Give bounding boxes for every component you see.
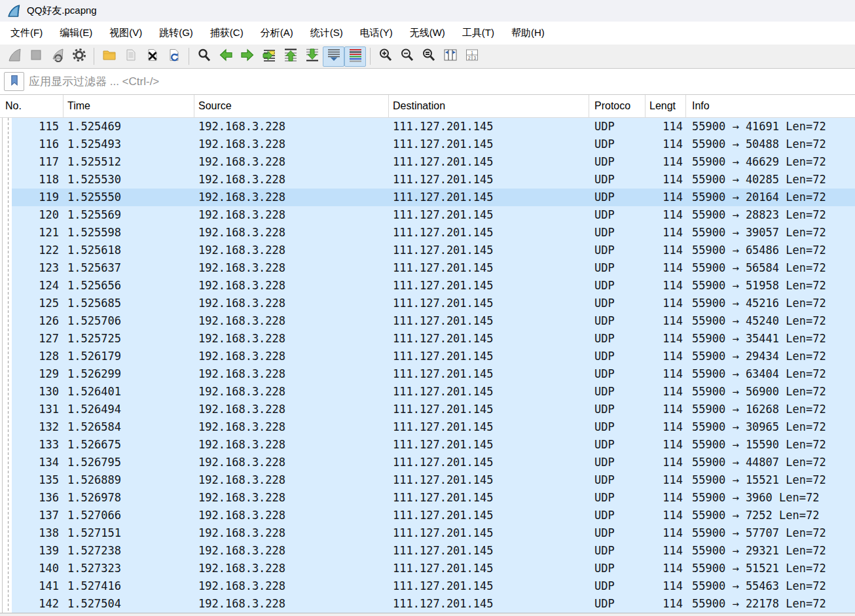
cell-info[interactable]: 55900 → 63404 Len=72 <box>686 365 855 383</box>
packet-row[interactable]: 1151.525469192.168.3.228111.127.201.145U… <box>0 118 855 136</box>
packet-row[interactable]: 1301.526401192.168.3.228111.127.201.145U… <box>0 383 855 401</box>
cell-len[interactable]: 114 <box>646 418 686 436</box>
packet-row[interactable]: 1201.525569192.168.3.228111.127.201.145U… <box>0 206 855 224</box>
cell-source[interactable]: 192.168.3.228 <box>194 489 389 507</box>
cell-source[interactable]: 192.168.3.228 <box>194 401 389 418</box>
cell-len[interactable]: 114 <box>646 383 686 401</box>
cell-info[interactable]: 55900 → 51958 Len=72 <box>686 277 855 295</box>
cell-dest[interactable]: 111.127.201.145 <box>389 383 589 401</box>
cell-proto[interactable]: UDP <box>589 295 646 312</box>
stop-capture-button[interactable] <box>25 46 46 67</box>
cell-proto[interactable]: UDP <box>589 507 646 524</box>
menu-item-statistics[interactable]: 统计(S) <box>302 22 352 44</box>
cell-source[interactable]: 192.168.3.228 <box>194 206 389 224</box>
cell-proto[interactable]: UDP <box>589 418 646 436</box>
cell-time[interactable]: 1.527416 <box>64 577 194 595</box>
cell-len[interactable]: 114 <box>646 312 686 330</box>
cell-proto[interactable]: UDP <box>589 489 646 507</box>
cell-source[interactable]: 192.168.3.228 <box>194 436 389 454</box>
menu-item-edit[interactable]: 编辑(E) <box>51 22 101 44</box>
cell-info[interactable]: 55900 → 15521 Len=72 <box>686 471 855 489</box>
cell-info[interactable]: 55900 → 41691 Len=72 <box>686 118 855 136</box>
cell-len[interactable]: 114 <box>646 189 686 206</box>
find-packet-button[interactable] <box>193 46 215 67</box>
cell-proto[interactable]: UDP <box>589 595 646 613</box>
cell-info[interactable]: 55900 → 55463 Len=72 <box>686 577 855 595</box>
cell-source[interactable]: 192.168.3.228 <box>194 242 389 259</box>
cell-source[interactable]: 192.168.3.228 <box>194 224 389 242</box>
cell-info[interactable]: 55900 → 22178 Len=72 <box>686 595 855 613</box>
reload-file-button[interactable] <box>163 46 185 67</box>
display-filter-input[interactable] <box>29 72 851 92</box>
cell-info[interactable]: 55900 → 35441 Len=72 <box>686 330 855 348</box>
cell-info[interactable]: 55900 → 20164 Len=72 <box>686 189 855 206</box>
menu-item-help[interactable]: 帮助(H) <box>503 22 553 44</box>
cell-dest[interactable]: 111.127.201.145 <box>389 206 589 224</box>
packet-row[interactable]: 1371.527066192.168.3.228111.127.201.145U… <box>0 507 855 524</box>
cell-len[interactable]: 114 <box>646 295 686 312</box>
column-header-destination[interactable]: Destination <box>389 95 589 117</box>
packet-row[interactable]: 1221.525618192.168.3.228111.127.201.145U… <box>0 242 855 259</box>
cell-len[interactable]: 114 <box>646 401 686 418</box>
menu-item-telephony[interactable]: 电话(Y) <box>352 22 401 44</box>
cell-dest[interactable]: 111.127.201.145 <box>389 436 589 454</box>
cell-dest[interactable]: 111.127.201.145 <box>389 171 589 189</box>
packet-row[interactable]: 1251.525685192.168.3.228111.127.201.145U… <box>0 295 855 312</box>
cell-proto[interactable]: UDP <box>589 471 646 489</box>
cell-time[interactable]: 1.525550 <box>64 189 194 206</box>
cell-dest[interactable]: 111.127.201.145 <box>389 224 589 242</box>
cell-info[interactable]: 55900 → 50488 Len=72 <box>686 136 855 153</box>
go-first-button[interactable] <box>280 46 301 67</box>
cell-time[interactable]: 1.526675 <box>64 436 194 454</box>
packet-row[interactable]: 1281.526179192.168.3.228111.127.201.145U… <box>0 348 855 365</box>
cell-dest[interactable]: 111.127.201.145 <box>389 153 589 171</box>
cell-source[interactable]: 192.168.3.228 <box>194 595 389 613</box>
cell-proto[interactable]: UDP <box>589 454 646 471</box>
cell-time[interactable]: 1.527323 <box>64 560 194 577</box>
cell-dest[interactable]: 111.127.201.145 <box>389 136 589 153</box>
cell-time[interactable]: 1.525512 <box>64 153 194 171</box>
cell-proto[interactable]: UDP <box>589 136 646 153</box>
cell-dest[interactable]: 111.127.201.145 <box>389 507 589 524</box>
cell-proto[interactable]: UDP <box>589 206 646 224</box>
cell-info[interactable]: 55900 → 46629 Len=72 <box>686 153 855 171</box>
cell-len[interactable]: 114 <box>646 153 686 171</box>
cell-info[interactable]: 55900 → 51521 Len=72 <box>686 560 855 577</box>
cell-time[interactable]: 1.526401 <box>64 383 194 401</box>
cell-len[interactable]: 114 <box>646 507 686 524</box>
layout-button[interactable]: 123 <box>461 46 482 67</box>
cell-time[interactable]: 1.525598 <box>64 224 194 242</box>
packet-row[interactable]: 1421.527504192.168.3.228111.127.201.145U… <box>0 595 855 613</box>
cell-time[interactable]: 1.526795 <box>64 454 194 471</box>
cell-proto[interactable]: UDP <box>589 259 646 277</box>
cell-len[interactable]: 114 <box>646 259 686 277</box>
cell-info[interactable]: 55900 → 56900 Len=72 <box>686 383 855 401</box>
resize-columns-button[interactable] <box>439 46 461 67</box>
cell-proto[interactable]: UDP <box>589 224 646 242</box>
menu-item-file[interactable]: 文件(F) <box>2 22 51 44</box>
cell-time[interactable]: 1.525493 <box>64 136 194 153</box>
cell-source[interactable]: 192.168.3.228 <box>194 454 389 471</box>
cell-info[interactable]: 55900 → 45216 Len=72 <box>686 295 855 312</box>
cell-time[interactable]: 1.526889 <box>64 471 194 489</box>
cell-info[interactable]: 55900 → 45240 Len=72 <box>686 312 855 330</box>
cell-source[interactable]: 192.168.3.228 <box>194 383 389 401</box>
packet-row[interactable]: 1331.526675192.168.3.228111.127.201.145U… <box>0 436 855 454</box>
cell-len[interactable]: 114 <box>646 206 686 224</box>
cell-proto[interactable]: UDP <box>589 365 646 383</box>
cell-time[interactable]: 1.525656 <box>64 277 194 295</box>
packet-row[interactable]: 1361.526978192.168.3.228111.127.201.145U… <box>0 489 855 507</box>
cell-len[interactable]: 114 <box>646 489 686 507</box>
cell-len[interactable]: 114 <box>646 436 686 454</box>
cell-dest[interactable]: 111.127.201.145 <box>389 454 589 471</box>
auto-scroll-toggle[interactable] <box>323 46 344 67</box>
cell-dest[interactable]: 111.127.201.145 <box>389 577 589 595</box>
cell-info[interactable]: 55900 → 56584 Len=72 <box>686 259 855 277</box>
cell-source[interactable]: 192.168.3.228 <box>194 524 389 542</box>
open-file-button[interactable] <box>98 46 120 67</box>
packet-row[interactable]: 1291.526299192.168.3.228111.127.201.145U… <box>0 365 855 383</box>
cell-source[interactable]: 192.168.3.228 <box>194 577 389 595</box>
cell-proto[interactable]: UDP <box>589 153 646 171</box>
zoom-in-button[interactable] <box>374 46 396 67</box>
cell-source[interactable]: 192.168.3.228 <box>194 330 389 348</box>
